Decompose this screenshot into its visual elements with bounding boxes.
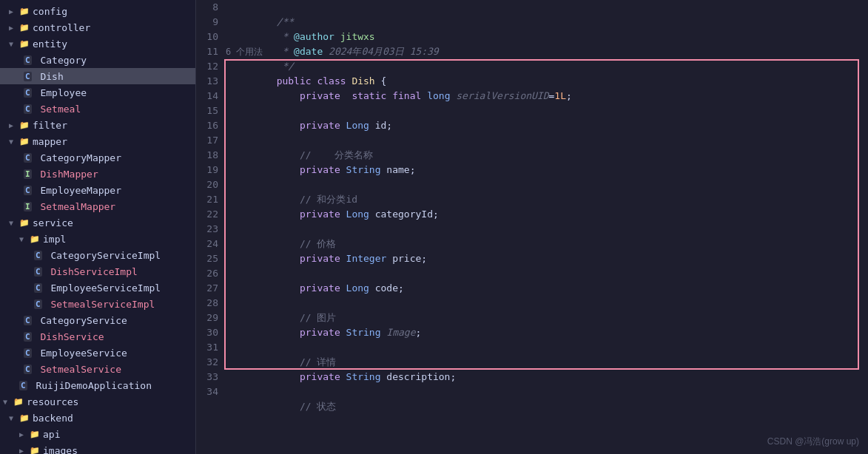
sidebar-item-backend[interactable]: ▼ 📁 backend [0,410,195,426]
line-num-28: 28 [196,296,218,311]
line-num-20: 20 [196,177,218,192]
sidebar-item-category-class[interactable]: C Category [0,52,195,68]
code-line-27 [230,281,868,296]
sidebar-item-dishservice[interactable]: C DishService [0,328,195,345]
code-line-22 [230,207,868,222]
sidebar-item-dishserviceimpl[interactable]: C DishServiceImpl [0,263,195,279]
sidebar-item-label: CategoryServiceImpl [50,250,161,261]
sidebar-item-filter[interactable]: ▶ 📁 filter [0,117,195,133]
sidebar-item-mapper[interactable]: ▼ 📁 mapper [0,133,195,149]
sidebar-item-setmealservice[interactable]: C SetmealService [0,361,195,377]
line-num-29: 29 [196,311,218,325]
file-tree[interactable]: ▶ 📁 config ▶ 📁 controller ▼ 📁 entity C C… [0,0,196,454]
sidebar-item-setmeal-class[interactable]: C Setmeal [0,101,195,117]
line-num-11: 11 [196,44,218,59]
sidebar-item-setmealmapper[interactable]: I SetmealMapper [0,198,195,214]
class-icon: C [24,365,32,374]
arrow-icon: ▼ [9,219,19,227]
sidebar-item-setmealserviceimpl[interactable]: C SetmealServiceImpl [0,296,195,312]
sidebar-item-categoryservice[interactable]: C CategoryService [0,312,195,328]
sidebar-item-dishmapper[interactable]: I DishMapper [0,166,195,182]
sidebar-item-employeeserviceimpl[interactable]: C EmployeeServiceImpl [0,279,195,296]
sidebar-item-label: backend [33,413,73,424]
folder-icon: 📁 [30,430,40,439]
code-line-14 [230,89,868,104]
sidebar-item-api[interactable]: ▶ 📁 api [0,426,195,442]
class-icon: C [24,153,32,163]
sidebar-item-label: SetmealServiceImpl [50,299,155,310]
sidebar-item-resources[interactable]: ▼ 📁 resources [0,393,195,410]
sidebar-item-ruijidemo[interactable]: C RuijiDemoApplication [0,377,195,393]
sidebar-item-employeemapper[interactable]: C EmployeeMapper [0,182,195,198]
sidebar-item-label: EmployeeServiceImpl [50,282,161,294]
code-content: 6 个用法 /** * @author jitwxs * @date 2024年… [224,0,868,454]
arrow-icon: ▶ [9,121,19,129]
class-icon: C [24,88,32,98]
sidebar-item-label: images [43,445,78,455]
code-line-20: // 和分类id [230,177,868,192]
sidebar-item-label: controller [33,22,90,33]
sidebar-item-categoryserviceimpl[interactable]: C CategoryServiceImpl [0,247,195,263]
code-area[interactable]: 8 9 10 11 12 13 14 15 16 17 18 19 20 21 … [196,0,868,454]
sidebar-item-controller[interactable]: ▶ 📁 controller [0,19,195,35]
sidebar-item-entity[interactable]: ▼ 📁 entity [0,35,195,52]
code-line-31: // 详情 [230,340,868,355]
arrow-icon: ▶ [9,7,19,16]
code-line-16 [230,118,868,133]
code-line-34: // 状态 [230,384,868,399]
class-icon: C [24,72,32,81]
line-num-21: 21 [196,192,218,207]
code-line-21: private Long categoryId; [230,192,868,207]
line-num-30: 30 [196,325,218,340]
sidebar-item-label: Dish [40,71,63,82]
line-num-24: 24 [196,237,218,251]
code-editor: 8 9 10 11 12 13 14 15 16 17 18 19 20 21 … [196,0,868,454]
sidebar-item-service[interactable]: ▼ 📁 service [0,214,195,231]
sidebar-item-label: service [33,217,73,228]
line-num-25: 25 [196,251,218,266]
arrow-icon: ▼ [9,138,19,146]
sidebar-item-config[interactable]: ▶ 📁 config [0,3,195,19]
arrow-icon: ▶ [19,430,30,438]
line-num-16: 16 [196,118,218,133]
folder-icon: 📁 [19,137,30,146]
arrow-icon: ▶ [19,447,30,455]
class-icon: C [24,104,32,114]
sidebar-item-categorymapper[interactable]: C CategoryMapper [0,149,195,166]
sidebar-item-label: RuijiDemoApplication [36,380,152,391]
sidebar-item-impl[interactable]: ▼ 📁 impl [0,231,195,247]
code-line-24: private Integer price; [230,237,868,251]
class-icon: C [24,316,32,325]
sidebar-item-employeeservice[interactable]: C EmployeeService [0,345,195,361]
code-line-12: public class Dish { [230,59,868,74]
folder-icon: 📁 [30,446,40,455]
folder-icon: 📁 [30,234,40,244]
line-num-18: 18 [196,148,218,163]
sidebar-item-label: api [43,429,60,440]
arrow-icon: ▼ [9,40,19,48]
sidebar-item-images[interactable]: ▶ 📁 images [0,442,195,454]
sidebar-item-label: EmployeeService [40,348,127,359]
arrow-icon: ▶ [9,24,19,32]
code-line-29: private String Image; [230,311,868,325]
line-num-33: 33 [196,370,218,384]
class-icon: C [19,381,27,390]
line-num-32: 32 [196,355,218,370]
sidebar-item-label: filter [33,120,67,131]
line-num-22: 22 [196,207,218,222]
code-line-30 [230,325,868,340]
code-line-9: * @author jitwxs [230,15,868,30]
arrow-icon: ▼ [3,398,13,406]
sidebar-item-employee-class[interactable]: C Employee [0,84,195,101]
class-icon: C [34,267,42,277]
sidebar-item-dish-class[interactable]: C Dish [0,68,195,84]
line-num-14: 14 [196,89,218,104]
class-icon: C [24,186,32,195]
line-numbers: 8 9 10 11 12 13 14 15 16 17 18 19 20 21 … [196,0,224,454]
sidebar-item-label: Employee [40,87,87,98]
sidebar-item-label: mapper [33,136,67,147]
line-num-26: 26 [196,266,218,281]
line-num-12: 12 [196,59,218,74]
folder-icon: 📁 [19,413,30,423]
sidebar-item-label: Setmeal [40,104,81,115]
